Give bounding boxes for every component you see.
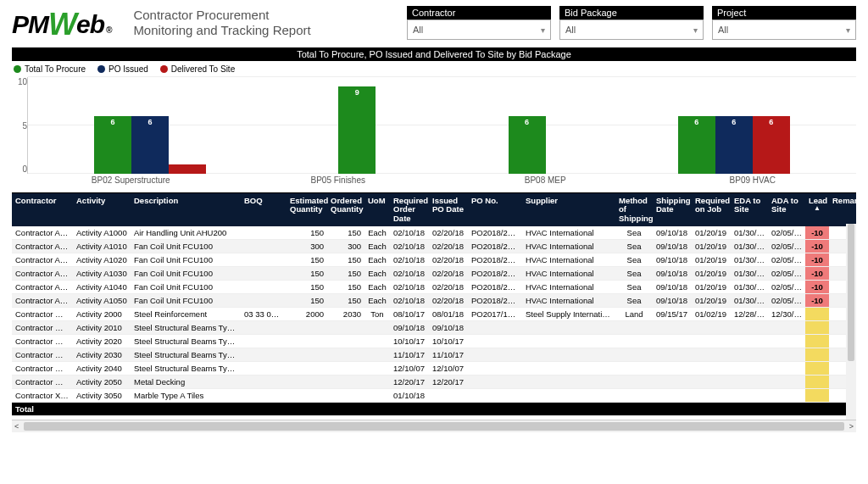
filter-label: Contractor [407,6,551,19]
cell-uom [364,348,390,362]
column-header[interactable]: Shipping Date [653,193,692,226]
column-header[interactable]: Activity [73,193,131,226]
column-header[interactable]: Issued PO Date [429,193,468,226]
table-row[interactable]: Contractor MPOActivity 2050Metal Decking… [12,376,856,389]
cell-method: Sea [615,226,653,240]
column-header[interactable]: UoM [364,193,390,226]
column-header[interactable]: Description [131,193,241,226]
cell-uom [364,321,390,335]
cell-eda: 01/30/19 [731,240,768,253]
cell-method [615,389,653,403]
table-row[interactable]: Contractor ABCActivity A1020Fan Coil Uni… [12,253,856,267]
table-row[interactable]: Contractor ABCActivity A1010Fan Coil Uni… [12,240,856,253]
cell-pono: PO2018/2000 [468,267,522,281]
cell-supplier: HVAC International [522,226,615,240]
legend-item[interactable]: PO Issued [97,64,148,74]
cell-ordq: 300 [327,240,364,253]
cell-estq: 2000 [287,308,327,321]
cell-activity: Activity A1030 [73,267,131,281]
scroll-thumb[interactable] [24,422,844,431]
cell-boq [241,226,287,240]
cell-lead [805,389,829,403]
cell-boq [241,376,287,389]
bar[interactable]: 6 [509,116,546,174]
vertical-scrollbar[interactable] [846,224,856,420]
scroll-left-icon[interactable]: < [12,422,21,431]
column-header[interactable]: Estimated Quantity [287,193,327,226]
cell-pono: PO2018/2000 [468,240,522,253]
legend-item[interactable]: Delivered To Site [160,64,235,74]
bar[interactable]: 6 [678,116,715,174]
filter-value: All [565,25,576,35]
column-header[interactable]: Contractor [12,193,73,226]
table-row[interactable]: Contractor MPOActivity 2020Steel Structu… [12,335,856,348]
cell-supplier: HVAC International [522,240,615,253]
filter-select-bid-package[interactable]: All ▾ [559,19,704,40]
column-header[interactable]: Ordered Quantity [327,193,364,226]
column-header[interactable]: Method of Shipping [615,193,653,226]
horizontal-scrollbar[interactable]: < > [12,420,856,432]
filter-value: All [413,25,423,35]
filter-select-project[interactable]: All ▾ [712,19,856,40]
table-row[interactable]: Contractor ABCActivity A1030Fan Coil Uni… [12,267,856,281]
cell-ipod: 10/10/17 [429,335,468,348]
legend-item[interactable]: Total To Procure [14,64,86,74]
column-header[interactable]: BOQ [241,193,287,226]
bar-value: 9 [338,88,376,97]
table-row[interactable]: Contractor MPOActivity 2030Steel Structu… [12,348,856,362]
cell-rod: 02/10/18 [390,253,429,267]
cell-reqjob: 01/20/19 [692,267,731,281]
cell-pono [468,335,522,348]
table-row[interactable]: Contractor MPOActivity 2000Steel Reinfor… [12,308,856,321]
column-header[interactable]: EDA to Site [731,193,768,226]
table-row[interactable]: Contractor MPOActivity 2010Steel Structu… [12,321,856,335]
cell-reqjob: 01/20/19 [692,253,731,267]
bar-value: 6 [715,118,753,126]
cell-supplier: HVAC International [522,253,615,267]
y-axis: 1050 [12,77,27,187]
cell-contractor: Contractor MPO [12,348,73,362]
table-row[interactable]: Contractor ABCActivity A1000Air Handling… [12,226,856,240]
cell-activity: Activity 3050 [73,389,131,403]
sort-asc-icon: ▲ [809,205,826,213]
column-header[interactable]: Lead▲ [805,193,829,226]
cell-ordq: 150 [327,226,364,240]
cell-ada [768,376,805,389]
table-row[interactable]: Contractor XYZActivity 3050Marble Type A… [12,389,856,403]
filter-select-contractor[interactable]: All ▾ [407,19,551,40]
table-row[interactable]: Contractor ABCActivity A1050Fan Coil Uni… [12,294,856,308]
column-header[interactable]: Remarks [829,193,856,226]
scroll-right-icon[interactable]: > [847,422,856,431]
bar[interactable]: 6 [715,116,753,174]
x-tick: BP08 MEP [477,175,613,185]
column-header[interactable]: PO No. [468,193,522,226]
x-axis: BP02 SuperstructureBP05 FinishesBP08 MEP… [27,174,856,185]
bar[interactable] [169,164,206,174]
cell-ordq: 2030 [327,308,364,321]
cell-eda: 01/30/19 [731,267,768,281]
cell-desc: Air Handling Unit AHU200 [131,226,241,240]
bar[interactable]: 6 [94,116,131,174]
cell-ada: 02/05/19 [768,281,805,294]
column-header[interactable]: ADA to Site [768,193,805,226]
bar[interactable]: 6 [753,116,790,174]
plot-column: 6696666 BP02 SuperstructureBP05 Finishes… [27,77,856,187]
cell-eda [731,362,768,376]
cell-pono: PO2018/2000 [468,226,522,240]
table-row[interactable]: Contractor ABCActivity A1040Fan Coil Uni… [12,281,856,294]
bar[interactable]: 6 [131,116,169,174]
bar-group: 666 [678,116,790,174]
column-header[interactable]: Supplier [522,193,615,226]
cell-rod: 02/10/18 [390,294,429,308]
table-row[interactable]: Contractor MPOActivity 2040Steel Structu… [12,362,856,376]
cell-lead: -10 [805,240,829,253]
cell-activity: Activity 2010 [73,321,131,335]
cell-supplier [522,362,615,376]
cell-ipod: 02/20/18 [429,240,468,253]
column-header[interactable]: Required Order Date [390,193,429,226]
bar[interactable]: 9 [338,86,376,174]
scroll-thumb[interactable] [848,224,854,361]
cell-ship [653,389,692,403]
column-header[interactable]: Required on Job [692,193,731,226]
cell-ipod: 11/10/17 [429,348,468,362]
